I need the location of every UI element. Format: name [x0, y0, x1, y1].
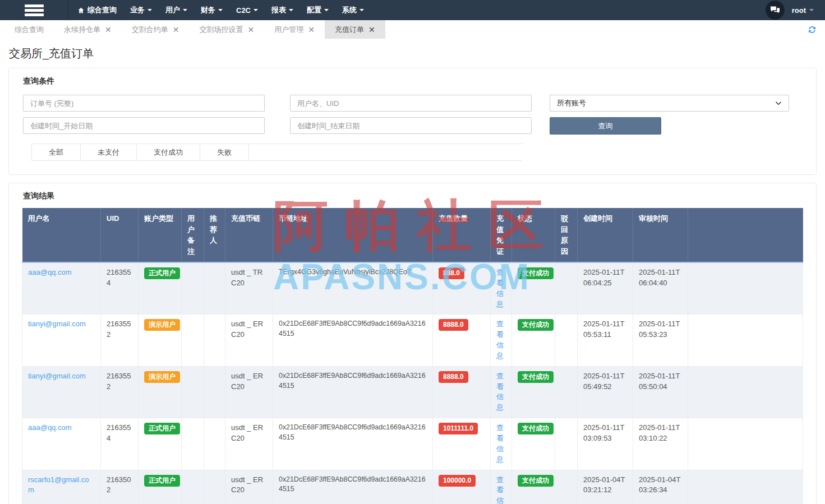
- chain-cell: usdt _ TRC20: [225, 262, 273, 315]
- uid-cell: 2163552: [101, 366, 139, 418]
- tab-user-management[interactable]: 用户管理 ✕: [264, 20, 325, 39]
- close-icon[interactable]: ✕: [173, 26, 179, 34]
- reject-reason-cell: [555, 418, 578, 470]
- account-type-badge: 正式用户: [144, 423, 180, 434]
- col-referrer: 推荐人: [204, 208, 225, 262]
- status-badge: 支付成功: [518, 423, 554, 434]
- search-button[interactable]: 查询: [550, 117, 661, 135]
- status-badge: 支付成功: [518, 267, 554, 279]
- order-number-input[interactable]: [23, 95, 265, 112]
- col-reviewed-at: 审核时间: [633, 208, 688, 262]
- created-at-cell: 2025-01-11T03:09:53: [578, 418, 633, 470]
- status-badge: 支付成功: [518, 319, 554, 331]
- top-navbar: 综合查询 业务 用户 财务 C2C 报表 配置 系统: [0, 0, 825, 20]
- extra-cell: [688, 418, 803, 470]
- open-tabs-bar: 综合查询 永续持仓单 ✕ 交割合约单 ✕ 交割场控设置 ✕ 用户管理 ✕ 充值订…: [0, 20, 825, 39]
- close-icon[interactable]: ✕: [105, 26, 112, 34]
- username-link[interactable]: aaa@qq.com: [28, 268, 72, 276]
- tab-overview[interactable]: 综合查询: [4, 20, 54, 39]
- tab-label: 用户管理: [274, 25, 303, 35]
- username-link[interactable]: rscarfo1@gmail.com: [28, 475, 89, 494]
- status-tab-failed[interactable]: 失败: [200, 144, 249, 160]
- chevron-down-icon: [775, 100, 782, 107]
- tab-label: 交割合约单: [132, 25, 168, 35]
- col-status: 状态: [512, 208, 555, 262]
- sidebar-toggle-area: [0, 0, 68, 20]
- referrer-cell: [204, 418, 225, 470]
- messages-button[interactable]: [766, 1, 785, 20]
- tab-label: 交割场控设置: [199, 25, 243, 35]
- menu-item-finance[interactable]: 财务: [201, 5, 223, 15]
- view-voucher-link[interactable]: 查看信息: [496, 475, 504, 504]
- extra-cell: [688, 262, 803, 315]
- close-icon[interactable]: ✕: [247, 26, 254, 34]
- username-link[interactable]: aaa@qq.com: [28, 423, 72, 432]
- menu-item-c2c[interactable]: C2C: [236, 6, 258, 15]
- tab-recharge-orders[interactable]: 充值订单 ✕: [325, 20, 385, 39]
- username-link[interactable]: tianyi@gmail.com: [28, 320, 86, 328]
- end-date-input[interactable]: [290, 117, 532, 134]
- amount-badge: 100000.0: [439, 475, 476, 487]
- address-cell: 0x21DcE68F3ffE9Ab8CC9f6d9adc1669aA321645…: [273, 315, 433, 366]
- extra-cell: [688, 470, 803, 504]
- chain-cell: usdt _ ERC20: [225, 470, 273, 504]
- account-type-badge: 演示用户: [144, 319, 180, 331]
- user-note-cell: [182, 366, 204, 418]
- chevron-down-icon: [183, 9, 187, 11]
- address-cell: TErgx4GG3v6ghaEuVuNbsjyiBcx2J8QEoT: [273, 262, 433, 315]
- account-type-select[interactable]: 所有账号: [550, 95, 789, 112]
- results-table-header: 用户名 UID 账户类型 用户备注 推荐人 充值币链 币链地址 充值数量 充值凭…: [22, 208, 803, 262]
- col-account-type: 账户类型: [139, 208, 182, 262]
- view-voucher-link[interactable]: 查看信息: [496, 372, 504, 412]
- menu-item-label: 系统: [342, 5, 357, 15]
- table-row: tianyi@gmail.com 2163552 演示用户 usdt _ ERC…: [22, 315, 803, 366]
- refresh-button[interactable]: [807, 25, 817, 35]
- tab-label: 综合查询: [15, 25, 44, 35]
- menu-item-label: 配置: [307, 5, 321, 15]
- tab-delivery-control-settings[interactable]: 交割场控设置 ✕: [189, 20, 264, 39]
- view-voucher-link[interactable]: 查看信息: [496, 320, 504, 360]
- status-tab-paid[interactable]: 支付成功: [137, 144, 200, 160]
- chevron-down-icon: [324, 9, 329, 11]
- chevron-down-icon: [289, 9, 293, 11]
- tab-label: 永续持仓单: [64, 25, 100, 35]
- created-at-cell: 2025-01-11T06:04:25: [578, 262, 633, 315]
- status-tab-unpaid[interactable]: 未支付: [81, 144, 137, 160]
- refresh-icon: [807, 25, 817, 35]
- account-type-badge: 正式用户: [144, 475, 180, 487]
- col-created-at: 创建时间: [578, 208, 633, 262]
- menu-item-label: 用户: [165, 5, 180, 15]
- menu-item-reports[interactable]: 报表: [271, 5, 293, 15]
- menu-item-label: 业务: [130, 5, 145, 15]
- chevron-down-icon: [148, 9, 152, 11]
- close-icon[interactable]: ✕: [368, 26, 375, 34]
- menu-item-business[interactable]: 业务: [130, 5, 152, 15]
- col-extra: [688, 208, 803, 262]
- username-uid-input[interactable]: [290, 95, 532, 112]
- view-voucher-link[interactable]: 查看信息: [496, 268, 504, 308]
- menu-item-overview[interactable]: 综合查询: [77, 5, 117, 15]
- menu-item-label: 财务: [201, 5, 215, 15]
- view-voucher-link[interactable]: 查看信息: [496, 423, 504, 464]
- col-uid: UID: [101, 208, 139, 262]
- tab-perpetual-positions[interactable]: 永续持仓单 ✕: [54, 20, 122, 39]
- account-type-badge: 正式用户: [144, 267, 180, 279]
- created-at-cell: 2025-01-04T03:21:12: [578, 470, 633, 504]
- user-menu[interactable]: root: [792, 6, 814, 15]
- hamburger-menu-icon[interactable]: [25, 4, 44, 16]
- username-link[interactable]: tianyi@gmail.com: [28, 372, 86, 380]
- menu-item-config[interactable]: 配置: [307, 5, 329, 15]
- menu-item-system[interactable]: 系统: [342, 5, 364, 15]
- reject-reason-cell: [555, 366, 578, 418]
- start-date-input[interactable]: [23, 117, 265, 134]
- referrer-cell: [204, 470, 225, 504]
- amount-badge: 8888.0: [439, 319, 468, 331]
- extra-cell: [688, 366, 803, 418]
- menu-item-users[interactable]: 用户: [165, 5, 187, 15]
- status-tab-all[interactable]: 全部: [31, 144, 81, 160]
- close-icon[interactable]: ✕: [308, 26, 315, 34]
- tab-delivery-contracts[interactable]: 交割合约单 ✕: [122, 20, 190, 39]
- results-panel-title: 查询结果: [23, 191, 816, 201]
- chain-cell: usdt _ ERC20: [225, 315, 273, 366]
- col-chain: 充值币链: [225, 208, 273, 262]
